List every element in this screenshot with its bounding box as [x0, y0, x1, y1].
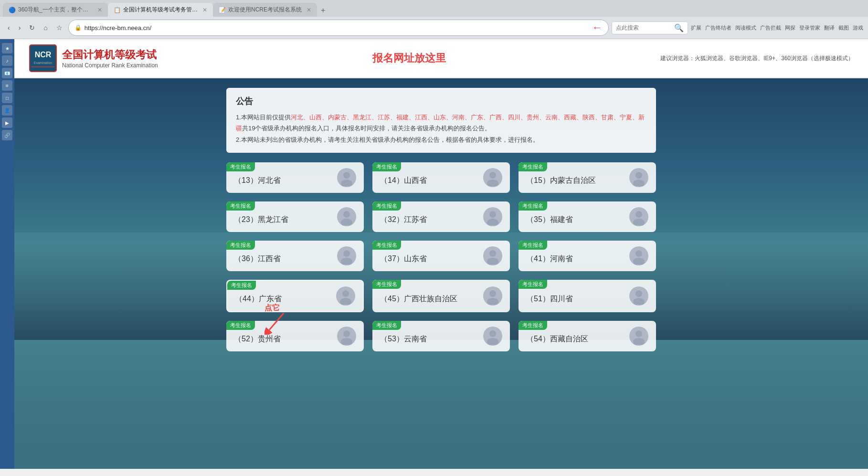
- browser-tab-2[interactable]: 📋 全国计算机等级考试考务管理系统 ✕: [108, 3, 213, 17]
- svg-point-12: [343, 211, 350, 218]
- back-button[interactable]: ‹: [5, 22, 13, 33]
- search-icon: 🔍: [674, 23, 684, 32]
- notice-title: 公告: [236, 95, 646, 107]
- card-avatar-37: [483, 246, 502, 265]
- sidebar-icon-2[interactable]: ♪: [2, 55, 12, 66]
- ext-reader[interactable]: 阅读模式: [735, 24, 756, 32]
- province-label-54: （54）西藏自治区: [526, 335, 588, 343]
- forward-button[interactable]: ›: [16, 22, 24, 33]
- svg-point-27: [487, 298, 498, 305]
- svg-point-18: [343, 250, 350, 257]
- card-text-45: （45）广西壮族自治区: [380, 288, 477, 304]
- home-button[interactable]: ⌂: [41, 22, 50, 33]
- sidebar-icon-8[interactable]: 🔗: [2, 130, 12, 140]
- url-input[interactable]: [85, 24, 589, 32]
- tab2-close[interactable]: ✕: [202, 7, 207, 13]
- province-card-15[interactable]: 考生报名 （15）内蒙古自治区: [519, 162, 656, 193]
- notice-line-1: 1.本网站目前仅提供河北、山西、内蒙古、黑龙江、江苏、福建、江西、山东、河南、广…: [236, 112, 646, 134]
- province-card-35[interactable]: 考生报名 （35）福建省: [519, 201, 656, 232]
- browser-tab-3[interactable]: 📝 欢迎使用NCRE考试报名系统 ✕: [213, 3, 317, 17]
- svg-point-20: [489, 250, 496, 257]
- province-card-14[interactable]: 考生报名 （14）山西省: [372, 162, 510, 193]
- province-card-54[interactable]: 考生报名 （54）西藏自治区: [519, 321, 656, 351]
- card-avatar-54: [629, 327, 648, 346]
- sidebar-icon-3[interactable]: 📧: [2, 68, 12, 78]
- province-card-44[interactable]: 考生报名 （44）广东省: [226, 280, 364, 312]
- card-badge-15: 考生报名: [519, 162, 547, 171]
- ext-login[interactable]: 登录管家: [799, 24, 820, 32]
- avatar-icon-23: [338, 208, 355, 225]
- sidebar-icon-4[interactable]: ≡: [2, 80, 12, 91]
- ext-screenshot[interactable]: 截图: [838, 24, 849, 32]
- card-text-41: （41）河南省: [526, 248, 624, 264]
- svg-point-29: [633, 298, 645, 305]
- svg-point-17: [633, 219, 645, 225]
- avatar-icon-45: [484, 287, 501, 305]
- card-badge-14: 考生报名: [372, 162, 401, 171]
- svg-point-33: [487, 338, 498, 345]
- ext-adguard[interactable]: 广告拦截: [760, 24, 781, 32]
- province-card-23[interactable]: 考生报名 （23）黑龙江省: [226, 201, 364, 232]
- card-avatar-41: [629, 246, 648, 265]
- province-card-37[interactable]: 考生报名 （37）山东省: [372, 241, 510, 271]
- card-text-54: （54）西藏自治区: [526, 328, 624, 344]
- province-card-51[interactable]: 考生报名 （51）四川省: [519, 280, 656, 312]
- avatar-icon-14: [484, 169, 501, 186]
- search-input[interactable]: [616, 24, 672, 31]
- sidebar-icon-6[interactable]: 👤: [2, 105, 12, 116]
- province-card-53[interactable]: 考生报名 （53）云南省: [372, 321, 510, 351]
- refresh-button[interactable]: ↻: [26, 22, 38, 33]
- sidebar-icon-1[interactable]: ★: [2, 43, 12, 53]
- browser-tab-1[interactable]: 🔵 360导航_一个主页，整个世界 ✕: [3, 3, 108, 17]
- card-avatar-45: [483, 286, 502, 306]
- notice-content: 1.本网站目前仅提供河北、山西、内蒙古、黑龙江、江苏、福建、江西、山东、河南、广…: [236, 112, 646, 145]
- province-label-41: （41）河南省: [526, 254, 573, 263]
- province-card-41[interactable]: 考生报名 （41）河南省: [519, 241, 656, 271]
- ext-game[interactable]: 游戏: [853, 24, 863, 32]
- card-avatar-32: [483, 207, 502, 226]
- card-badge-36: 考生报名: [226, 241, 255, 250]
- card-avatar-35: [629, 207, 648, 226]
- ext-expand[interactable]: 扩展: [691, 24, 701, 32]
- svg-point-13: [341, 219, 352, 225]
- province-card-45[interactable]: 考生报名 （45）广西壮族自治区: [372, 280, 510, 312]
- svg-point-24: [342, 290, 349, 297]
- province-card-52[interactable]: 考生报名 （52）贵州省: [226, 321, 364, 351]
- card-text-44: （44）广东省: [235, 288, 330, 304]
- ext-netspy[interactable]: 网探: [785, 24, 795, 32]
- province-label-36: （36）江西省: [234, 254, 281, 263]
- svg-point-22: [635, 250, 642, 257]
- tab2-favicon: 📋: [114, 7, 120, 13]
- province-card-32[interactable]: 考生报名 （32）江苏省: [372, 201, 510, 232]
- svg-text:Examination: Examination: [34, 61, 53, 64]
- province-label-32: （32）江苏省: [380, 215, 427, 223]
- svg-point-19: [341, 258, 352, 264]
- tab1-title: 360导航_一个主页，整个世界: [18, 6, 93, 14]
- bookmark-button[interactable]: ☆: [53, 22, 65, 33]
- svg-point-32: [489, 330, 496, 337]
- sidebar-icon-7[interactable]: ▶: [2, 117, 12, 128]
- avatar-icon-41: [630, 247, 647, 264]
- svg-point-25: [340, 298, 351, 305]
- card-badge-52: 考生报名: [226, 321, 255, 330]
- province-card-36[interactable]: 考生报名 （36）江西省: [226, 241, 364, 271]
- tab3-close[interactable]: ✕: [307, 7, 311, 13]
- avatar-icon-13: [338, 169, 355, 186]
- ext-translate[interactable]: 翻译: [824, 24, 835, 32]
- card-badge-53: 考生报名: [372, 321, 401, 330]
- province-card-13[interactable]: 考生报名 （13）河北省: [226, 162, 364, 193]
- url-bar[interactable]: 🔒 ←: [68, 20, 609, 36]
- province-label-35: （35）福建省: [526, 215, 573, 223]
- svg-point-15: [487, 219, 498, 225]
- sidebar-icon-5[interactable]: □: [2, 93, 12, 103]
- browser-tabs: 🔵 360导航_一个主页，整个世界 ✕ 📋 全国计算机等级考试考务管理系统 ✕ …: [0, 0, 868, 17]
- card-badge-45: 考生报名: [372, 280, 401, 289]
- search-bar[interactable]: 🔍: [612, 21, 688, 34]
- new-tab-button[interactable]: +: [317, 4, 329, 17]
- province-label-37: （37）山东省: [380, 254, 427, 263]
- tab1-close[interactable]: ✕: [97, 7, 102, 13]
- svg-point-23: [633, 258, 645, 264]
- browser-tip: 建议浏览器：火狐浏览器、谷歌浏览器、IE9+、360浏览器（选择极速模式）: [660, 54, 854, 63]
- toolbar-extensions: 扩展 广告终结者 阅读模式 广告拦截 网探 登录管家 翻译 截图 游戏: [691, 24, 863, 32]
- ext-adblock[interactable]: 广告终结者: [705, 24, 731, 32]
